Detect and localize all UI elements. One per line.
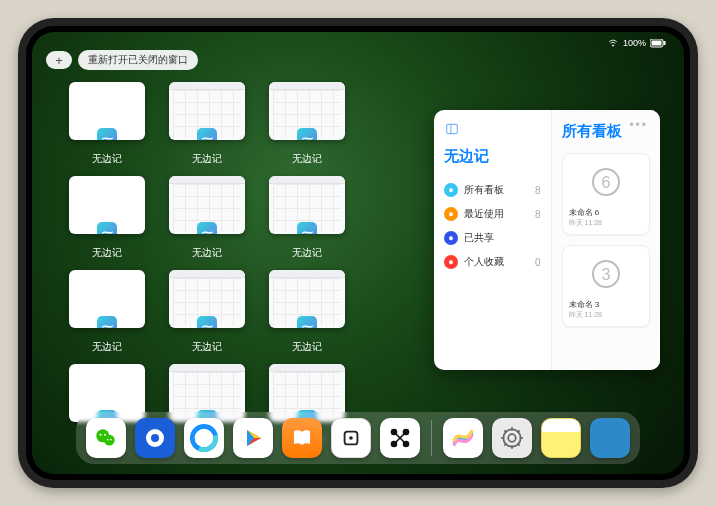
sidebar-item-label: 所有看板 (464, 183, 504, 197)
topbar: + 重新打开已关闭的窗口 (46, 50, 198, 70)
board-thumbnail: 3 (569, 252, 643, 296)
board-thumbnail: 6 (569, 160, 643, 204)
svg-point-15 (110, 439, 112, 441)
window-thumbnail: ⁓ (269, 270, 345, 328)
reopen-closed-window-button[interactable]: 重新打开已关闭的窗口 (78, 50, 198, 70)
app-window[interactable]: ⁓无边记 (68, 270, 146, 354)
board-subtitle: 昨天 11:28 (569, 218, 643, 228)
dock-app-play[interactable] (233, 418, 273, 458)
window-thumbnail: ⁓ (269, 176, 345, 234)
ipad-frame: 100% + 重新打开已关闭的窗口 ⁓无边记⁓无边记⁓无边记⁓无边记⁓无边记⁓无… (18, 18, 698, 488)
svg-point-13 (104, 434, 106, 436)
app-window[interactable]: ⁓无边记 (168, 176, 246, 260)
dock-app-notes[interactable] (541, 418, 581, 458)
dock (76, 412, 640, 464)
app-window[interactable]: ⁓无边记 (268, 82, 346, 166)
freeform-app-icon: ⁓ (297, 222, 317, 234)
svg-rect-4 (447, 124, 458, 133)
freeform-app-icon: ⁓ (197, 128, 217, 140)
freeform-app-icon: ⁓ (97, 316, 117, 328)
category-icon: ● (444, 231, 458, 245)
dock-app-books[interactable] (282, 418, 322, 458)
window-label: 无边记 (192, 246, 222, 260)
reopen-label: 重新打开已关闭的窗口 (88, 53, 188, 67)
new-window-button[interactable]: + (46, 51, 72, 69)
svg-point-11 (104, 435, 115, 446)
freeform-app-icon: ⁓ (97, 128, 117, 140)
sidebar-item-label: 已共享 (464, 231, 494, 245)
dock-app-wechat[interactable] (86, 418, 126, 458)
app-window[interactable]: ⁓无边记 (168, 82, 246, 166)
screen: 100% + 重新打开已关闭的窗口 ⁓无边记⁓无边记⁓无边记⁓无边记⁓无边记⁓无… (32, 32, 684, 474)
sidebar-item[interactable]: ●已共享 (444, 226, 541, 250)
window-label: 无边记 (192, 340, 222, 354)
svg-point-14 (107, 439, 109, 441)
ipad-bezel: 100% + 重新打开已关闭的窗口 ⁓无边记⁓无边记⁓无边记⁓无边记⁓无边记⁓无… (26, 26, 690, 480)
svg-point-17 (151, 434, 159, 442)
battery-label: 100% (623, 38, 646, 48)
sidebar-item-count: 0 (535, 257, 541, 268)
app-window[interactable]: ⁓无边记 (268, 270, 346, 354)
svg-rect-3 (664, 41, 666, 45)
window-label: 无边记 (292, 246, 322, 260)
window-thumbnail: ⁓ (169, 270, 245, 328)
dock-app-freeform[interactable] (443, 418, 483, 458)
category-icon: ● (444, 183, 458, 197)
window-label: 无边记 (92, 340, 122, 354)
window-label: 无边记 (192, 152, 222, 166)
freeform-app-icon: ⁓ (197, 316, 217, 328)
app-window[interactable]: ⁓无边记 (268, 176, 346, 260)
battery-icon (650, 39, 666, 48)
sidebar-item-label: 个人收藏 (464, 255, 504, 269)
svg-text:3: 3 (601, 266, 610, 283)
dock-app-folder[interactable] (590, 418, 630, 458)
app-window[interactable]: ⁓无边记 (68, 82, 146, 166)
sidebar-toggle-icon[interactable] (444, 122, 541, 139)
status-bar: 100% (32, 36, 684, 50)
window-label: 无边记 (292, 152, 322, 166)
board-card[interactable]: 6未命名 6昨天 11:28 (562, 153, 650, 235)
freeform-app-icon: ⁓ (297, 128, 317, 140)
svg-point-25 (349, 436, 353, 440)
dock-app-qqbrowser[interactable] (184, 418, 224, 458)
dock-app-quark[interactable] (135, 418, 175, 458)
window-thumbnail: ⁓ (169, 82, 245, 140)
window-label: 无边记 (92, 246, 122, 260)
sidebar-item[interactable]: ●最近使用8 (444, 202, 541, 226)
popover-app-title: 无边记 (444, 147, 541, 166)
window-thumbnail: ⁓ (69, 82, 145, 140)
freeform-app-icon: ⁓ (197, 222, 217, 234)
dock-separator (431, 420, 432, 456)
sidebar-item-count: 8 (535, 185, 541, 196)
window-thumbnail: ⁓ (169, 176, 245, 234)
app-expose-grid: ⁓无边记⁓无边记⁓无边记⁓无边记⁓无边记⁓无边记⁓无边记⁓无边记⁓无边记⁓无边记… (68, 82, 448, 448)
window-thumbnail: ⁓ (69, 270, 145, 328)
dock-app-dice[interactable] (331, 418, 371, 458)
wifi-icon (607, 38, 619, 48)
svg-rect-2 (652, 40, 662, 45)
board-card[interactable]: 3未命名 3昨天 11:28 (562, 245, 650, 327)
board-title: 未命名 3 (569, 299, 643, 310)
svg-text:6: 6 (601, 174, 610, 191)
svg-point-12 (100, 434, 102, 436)
more-icon[interactable]: ••• (629, 118, 648, 132)
popover-content: ••• 所有看板 6未命名 6昨天 11:283未命名 3昨天 11:28 (552, 110, 660, 370)
dock-app-settings[interactable] (492, 418, 532, 458)
svg-point-33 (508, 434, 516, 442)
app-window[interactable]: ⁓无边记 (168, 270, 246, 354)
window-label: 无边记 (292, 340, 322, 354)
board-subtitle: 昨天 11:28 (569, 310, 643, 320)
sidebar-item[interactable]: ●所有看板8 (444, 178, 541, 202)
sidebar-item[interactable]: ●个人收藏0 (444, 250, 541, 274)
freeform-app-icon: ⁓ (97, 222, 117, 234)
freeform-popover: 无边记 ●所有看板8●最近使用8●已共享●个人收藏0 ••• 所有看板 6未命名… (434, 110, 660, 370)
app-window[interactable]: ⁓无边记 (68, 176, 146, 260)
sidebar-item-count: 8 (535, 209, 541, 220)
window-label: 无边记 (92, 152, 122, 166)
window-thumbnail: ⁓ (69, 176, 145, 234)
plus-icon: + (55, 53, 63, 68)
category-icon: ● (444, 207, 458, 221)
dock-app-connect[interactable] (380, 418, 420, 458)
sidebar-item-label: 最近使用 (464, 207, 504, 221)
popover-sidebar: 无边记 ●所有看板8●最近使用8●已共享●个人收藏0 (434, 110, 552, 370)
